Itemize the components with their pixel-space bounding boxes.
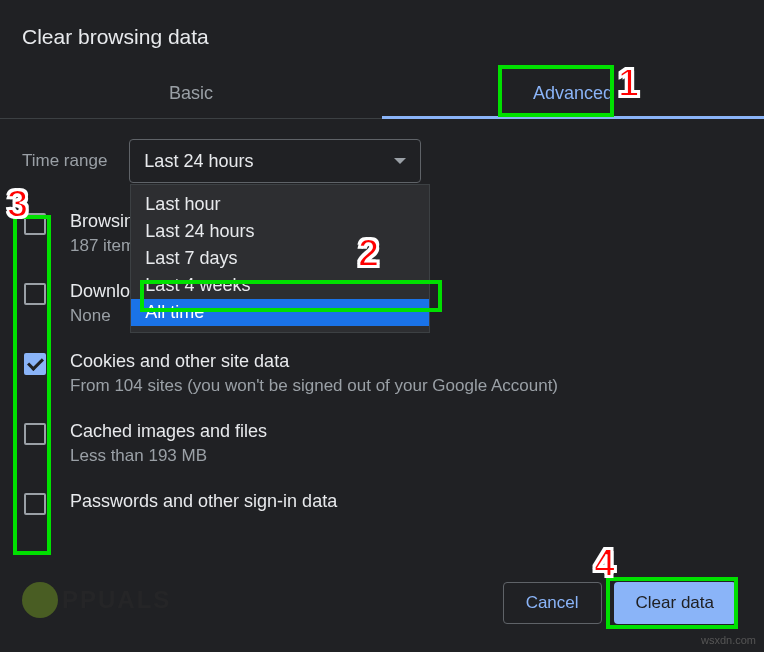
time-range-dropdown: Last hour Last 24 hours Last 7 days Last…	[130, 184, 430, 333]
option-last-7-days[interactable]: Last 7 days	[131, 245, 429, 272]
tabs-container: Basic Advanced	[0, 69, 764, 119]
option-last-4-weeks[interactable]: Last 4 weeks	[131, 272, 429, 299]
time-range-label: Time range	[22, 151, 107, 171]
tab-advanced[interactable]: Advanced	[382, 69, 764, 118]
time-range-row: Time range Last 24 hours Last hour Last …	[22, 139, 742, 183]
watermark-icon	[22, 582, 58, 618]
watermark-corner: wsxdn.com	[701, 634, 756, 646]
tab-basic[interactable]: Basic	[0, 69, 382, 118]
item-title: Cached images and files	[70, 421, 267, 442]
checkbox-browsing-history[interactable]	[24, 213, 46, 235]
dialog-title: Clear browsing data	[0, 0, 764, 69]
scroll-container[interactable]: Time range Last 24 hours Last hour Last …	[0, 119, 764, 544]
item-sub: Less than 193 MB	[70, 446, 267, 466]
clear-browsing-data-dialog: Clear browsing data Basic Advanced Time …	[0, 0, 764, 652]
content-area: Time range Last 24 hours Last hour Last …	[0, 119, 764, 544]
item-text: Cookies and other site data From 104 sit…	[70, 351, 558, 396]
item-text: Cached images and files Less than 193 MB	[70, 421, 267, 466]
item-sub: From 104 sites (you won't be signed out …	[70, 376, 558, 396]
option-last-24-hours[interactable]: Last 24 hours	[131, 218, 429, 245]
item-cookies[interactable]: Cookies and other site data From 104 sit…	[22, 351, 742, 396]
checkbox-cached[interactable]	[24, 423, 46, 445]
watermark-logo: PPUALS	[22, 582, 171, 618]
item-title: Passwords and other sign-in data	[70, 491, 337, 512]
option-last-hour[interactable]: Last hour	[131, 191, 429, 218]
clear-data-button[interactable]: Clear data	[614, 582, 736, 624]
checkbox-cookies[interactable]	[24, 353, 46, 375]
item-passwords[interactable]: Passwords and other sign-in data	[22, 491, 742, 516]
item-text: Passwords and other sign-in data	[70, 491, 337, 516]
checkbox-passwords[interactable]	[24, 493, 46, 515]
item-cached[interactable]: Cached images and files Less than 193 MB	[22, 421, 742, 466]
item-title: Cookies and other site data	[70, 351, 558, 372]
chevron-down-icon	[394, 158, 406, 164]
watermark-text: PPUALS	[62, 586, 171, 614]
time-range-select[interactable]: Last 24 hours Last hour Last 24 hours La…	[129, 139, 421, 183]
option-all-time[interactable]: All time	[131, 299, 429, 326]
time-range-selected: Last 24 hours	[144, 151, 253, 172]
cancel-button[interactable]: Cancel	[503, 582, 602, 624]
checkbox-download-history[interactable]	[24, 283, 46, 305]
